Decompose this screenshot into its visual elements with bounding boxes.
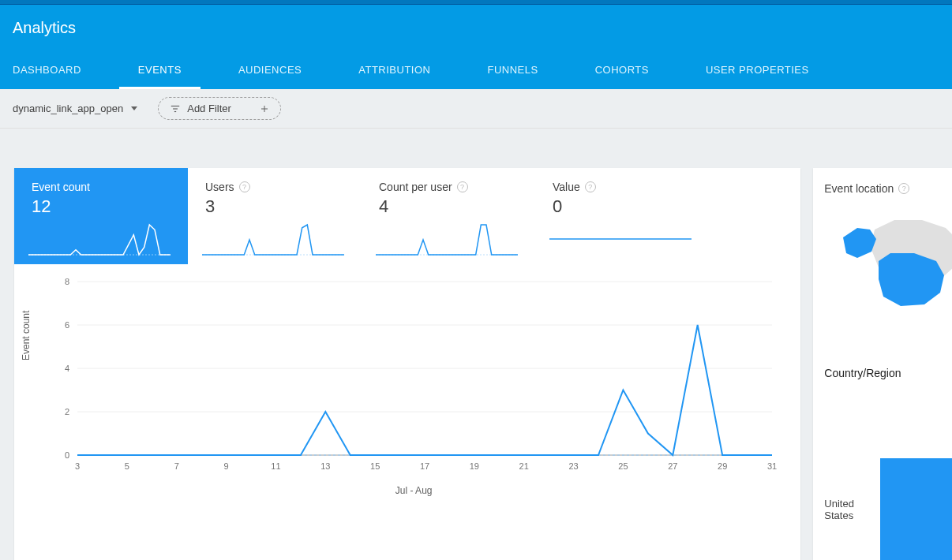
country-row[interactable]: United States [824,458,952,560]
line-chart-svg: 0246835791113151719212325272931 [46,274,780,479]
x-axis-title: Jul - Aug [46,485,781,496]
tab-user-properties[interactable]: USER PROPERTIES [687,53,828,89]
svg-text:8: 8 [65,277,69,286]
svg-text:0: 0 [65,450,69,460]
svg-text:27: 27 [668,461,677,471]
sparkline [376,222,518,256]
caret-down-icon [131,106,137,110]
country-bar [880,458,952,560]
svg-text:31: 31 [767,461,777,471]
metrics-row: Event count 12 Users ? 3 [14,168,800,264]
svg-text:11: 11 [271,461,280,471]
help-icon[interactable]: ? [457,181,468,192]
svg-text:15: 15 [370,461,380,471]
world-map-icon [819,206,952,340]
svg-text:2: 2 [65,407,69,416]
filter-icon [170,103,181,114]
svg-text:21: 21 [519,461,529,471]
metric-count-per-user[interactable]: Count per user ? 4 [362,168,535,264]
metric-value: 0 [553,196,695,217]
svg-text:9: 9 [224,461,229,471]
metric-event-count[interactable]: Event count 12 [14,168,188,264]
svg-text:29: 29 [718,461,727,471]
tab-attribution[interactable]: ATTRIBUTION [339,53,449,89]
svg-text:3: 3 [75,461,80,471]
tab-cohorts[interactable]: COHORTS [576,53,668,89]
metric-value: 4 [379,196,521,217]
metric-label: Value [553,181,580,193]
svg-text:13: 13 [320,461,330,471]
nav-tabs: DASHBOARD EVENTS AUDIENCES ATTRIBUTION F… [0,53,952,89]
metric-value[interactable]: Value ? 0 [535,168,709,264]
event-selector-value: dynamic_link_app_open [13,103,123,114]
sparkline [202,222,344,256]
sparkline [28,222,171,256]
metric-label: Event count [32,181,90,193]
y-axis-title: Event count [21,311,32,360]
tab-audiences[interactable]: AUDIENCES [219,53,320,89]
plus-icon [260,104,269,114]
tab-funnels[interactable]: FUNNELS [468,53,557,89]
help-icon[interactable]: ? [239,181,250,192]
sparkline [549,222,692,256]
help-icon[interactable]: ? [585,181,596,192]
metric-label: Count per user [379,181,452,193]
app-header: Analytics DASHBOARD EVENTS AUDIENCES ATT… [0,5,952,89]
add-filter-label: Add Filter [187,103,231,114]
help-icon[interactable]: ? [898,183,909,194]
country-name: United States [824,498,871,521]
event-location-title: Event location [824,182,894,195]
country-region-heading: Country/Region [824,367,952,379]
event-location-card: Event location ? Country/Region United S… [813,168,952,560]
event-selector[interactable]: dynamic_link_app_open [8,99,142,118]
filter-bar: dynamic_link_app_open Add Filter [0,89,952,129]
svg-text:7: 7 [174,461,179,471]
metric-value: 3 [205,196,347,217]
add-filter-button[interactable]: Add Filter [158,97,281,120]
svg-text:25: 25 [618,461,628,471]
page-title: Analytics [0,5,952,53]
metric-value: 12 [32,196,174,217]
tab-events[interactable]: EVENTS [119,53,201,89]
svg-text:19: 19 [470,461,479,471]
metric-label: Users [205,181,234,193]
svg-text:23: 23 [568,461,578,471]
svg-text:6: 6 [65,320,69,330]
event-count-chart: Event count 0246835791113151719212325272… [14,264,800,504]
metric-users[interactable]: Users ? 3 [188,168,362,264]
svg-text:17: 17 [420,461,429,471]
event-metrics-card: Event count 12 Users ? 3 [14,168,800,560]
svg-text:5: 5 [125,461,129,471]
tab-dashboard[interactable]: DASHBOARD [0,53,100,89]
svg-text:4: 4 [65,364,69,373]
